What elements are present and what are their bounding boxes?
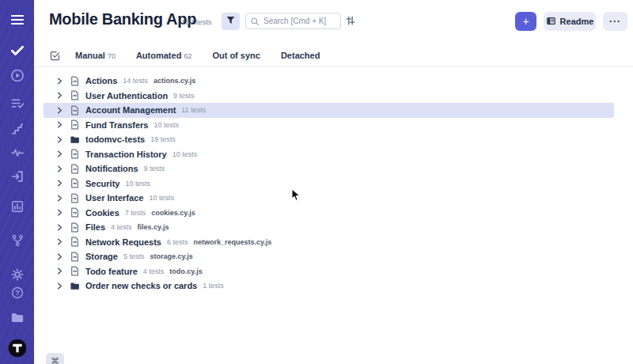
sidebar-sign-in-icon[interactable] [10, 169, 25, 184]
chevron-right-icon[interactable] [55, 135, 64, 144]
folder-icon [70, 135, 80, 145]
header: Mobile Banking App 132 tests + Readme ··… [34, 0, 633, 44]
suite-file-icon [70, 193, 80, 203]
suite-row-actions[interactable]: Actions14 testsactions.cy.js [44, 74, 614, 89]
suite-test-count: 9 tests [144, 165, 165, 173]
suite-row-security[interactable]: Security10 tests [44, 176, 614, 191]
chevron-right-icon[interactable] [55, 165, 64, 173]
suite-row-todo-feature[interactable]: Todo feature4 teststodo.cy.js [44, 264, 614, 279]
chevron-right-icon[interactable] [55, 194, 64, 203]
sidebar-pulse-icon[interactable] [10, 146, 25, 160]
more-options-button[interactable]: ··· [603, 12, 627, 31]
filter-button[interactable] [222, 13, 240, 30]
sidebar-steps-icon[interactable] [10, 122, 25, 136]
suite-name: todomvc-tests [85, 135, 145, 144]
funnel-icon [226, 15, 236, 28]
chevron-right-icon[interactable] [55, 91, 64, 100]
readme-button-label: Readme [560, 17, 594, 26]
tab-automated[interactable]: Automated62 [136, 51, 191, 60]
suite-name: Network Requests [85, 237, 161, 247]
suite-test-count: 1 tests [203, 282, 224, 290]
book-icon [546, 16, 556, 28]
suite-test-count: 10 tests [149, 194, 174, 202]
sliders-icon [345, 17, 356, 28]
suite-test-count: 14 tests [123, 77, 148, 85]
tab-label: Out of sync [212, 51, 260, 60]
suite-list: Actions14 testsactions.cy.jsUser Authent… [44, 74, 614, 294]
suite-row-notifications[interactable]: Notifications9 tests [44, 161, 614, 176]
suite-file-name: todo.cy.js [169, 267, 202, 275]
tests-count-badge: 132 tests [181, 17, 212, 26]
suite-test-count: 6 tests [167, 238, 188, 246]
suite-name: Todo feature [85, 267, 138, 276]
sidebar-help-icon[interactable]: ? [10, 286, 25, 300]
suite-row-user-authentication[interactable]: User Authentication9 tests [44, 89, 614, 104]
sidebar: ? [0, 0, 34, 364]
sidebar-bar-chart-icon[interactable] [10, 199, 25, 214]
tab-detached[interactable]: Detached [281, 51, 320, 60]
suite-row-network-requests[interactable]: Network Requests6 testsnetwork_requests.… [44, 235, 614, 250]
chevron-right-icon[interactable] [55, 237, 64, 246]
suite-row-fund-transfers[interactable]: Fund Transfers10 tests [44, 118, 614, 133]
sidebar-logo-icon[interactable] [8, 339, 27, 358]
chevron-right-icon[interactable] [55, 150, 64, 158]
readme-button[interactable]: Readme [544, 12, 596, 31]
suite-file-icon [70, 119, 80, 130]
chevron-right-icon[interactable] [55, 179, 64, 188]
command-shortcut-button[interactable]: ⌘ [46, 353, 64, 364]
suite-row-order-new-checks-or-cards[interactable]: Order new checks or cards1 tests [44, 279, 614, 294]
suite-file-icon [70, 105, 80, 116]
suite-name: Fund Transfers [85, 120, 148, 130]
suite-file-name: storage.cy.js [150, 252, 192, 260]
suite-row-account-management[interactable]: Account Management11 tests [44, 103, 614, 118]
chevron-right-icon[interactable] [55, 77, 64, 85]
suite-file-icon [70, 90, 80, 100]
suite-name: Account Management [85, 105, 176, 115]
sidebar-folder-icon[interactable] [9, 310, 25, 325]
suite-row-files[interactable]: Files4 testsfiles.cy.js [44, 220, 614, 235]
chevron-right-icon[interactable] [55, 252, 64, 261]
suite-name: User Authentication [85, 91, 168, 100]
chevron-right-icon[interactable] [55, 267, 64, 275]
search-input[interactable] [245, 13, 341, 29]
suite-row-cookies[interactable]: Cookies7 testscookies.cy.js [44, 206, 614, 221]
sidebar-play-circle-icon[interactable] [9, 68, 25, 83]
suite-test-count: 4 tests [111, 223, 132, 231]
suite-test-count: 9 tests [173, 92, 195, 100]
sidebar-check-icon[interactable] [9, 43, 25, 58]
suite-file-icon [70, 178, 80, 188]
tab-count: 70 [108, 52, 116, 60]
sidebar-list-check-icon[interactable] [9, 96, 25, 111]
suite-file-icon [70, 164, 80, 174]
suite-test-count: 7 tests [125, 209, 146, 217]
suite-name: User Interface [85, 193, 143, 203]
tab-manual[interactable]: Manual70 [75, 51, 116, 60]
suite-row-todomvc-tests[interactable]: todomvc-tests19 tests [44, 132, 614, 147]
suite-test-count: 4 tests [143, 267, 165, 275]
sidebar-gear-icon[interactable] [10, 267, 25, 282]
chevron-right-icon[interactable] [55, 208, 64, 217]
suite-file-name: network_requests.cy.js [194, 238, 272, 246]
add-button[interactable]: + [515, 12, 536, 31]
suite-file-icon [70, 76, 80, 86]
view-settings-button[interactable] [345, 15, 356, 26]
suite-file-name: actions.cy.js [154, 77, 195, 85]
suite-file-icon [70, 252, 80, 262]
suite-row-storage[interactable]: Storage5 testsstorage.cy.js [44, 249, 614, 264]
chevron-right-icon[interactable] [55, 106, 64, 115]
chevron-right-icon[interactable] [55, 120, 64, 129]
chevron-right-icon[interactable] [55, 223, 64, 232]
sidebar-git-branch-icon[interactable] [10, 233, 25, 248]
suite-file-icon [70, 237, 80, 247]
suite-row-user-interface[interactable]: User Interface10 tests [44, 191, 614, 206]
sidebar-menu-icon[interactable] [9, 12, 25, 28]
suite-test-count: 10 tests [172, 150, 198, 158]
suite-test-count: 5 tests [123, 252, 145, 260]
suite-file-icon [70, 266, 80, 276]
suite-row-transaction-history[interactable]: Transaction History10 tests [44, 147, 614, 162]
tab-out-of-sync[interactable]: Out of sync [212, 51, 260, 60]
suite-name: Security [85, 179, 119, 188]
chevron-right-icon[interactable] [55, 282, 64, 290]
bulk-select-icon[interactable] [49, 50, 61, 62]
tab-label: Automated [136, 51, 181, 60]
